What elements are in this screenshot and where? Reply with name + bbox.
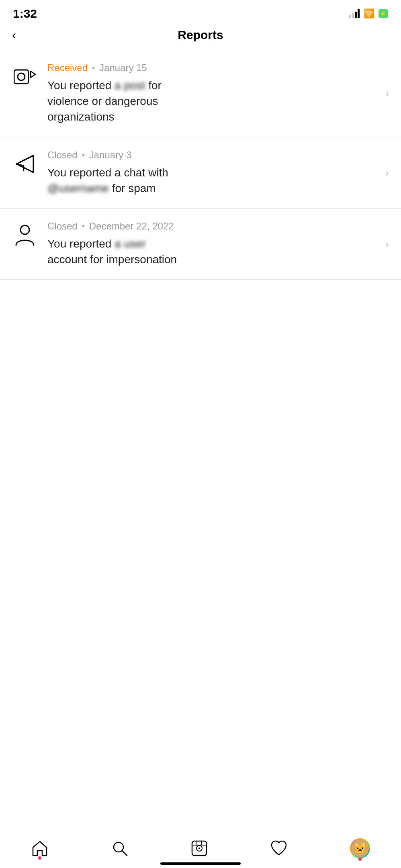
chevron-right-icon: ›: [385, 238, 389, 250]
svg-point-1: [18, 73, 25, 80]
report-icon-chat: [12, 151, 38, 177]
home-indicator: [160, 862, 241, 865]
blurred-username: a post: [115, 79, 145, 92]
home-icon: [31, 839, 49, 857]
report-item[interactable]: Closed December 22, 2022 You reported a …: [0, 209, 401, 280]
report-dot: [82, 225, 84, 227]
avatar-image: 🐱: [351, 839, 369, 857]
report-meta: Closed December 22, 2022: [47, 221, 389, 232]
report-content: Received January 15 You reported a post …: [47, 62, 389, 125]
report-status-closed: Closed: [47, 221, 78, 232]
report-meta: Received January 15: [47, 62, 389, 74]
report-content: Closed December 22, 2022 You reported a …: [47, 221, 389, 267]
svg-rect-0: [14, 70, 29, 84]
report-date: December 22, 2022: [89, 221, 174, 232]
report-dot: [82, 154, 84, 156]
status-bar: 1:32 🛜 ⚡: [0, 0, 401, 24]
bottom-nav: 🐱: [0, 824, 401, 868]
chevron-right-icon: ›: [385, 87, 389, 100]
report-meta: Closed January 3: [47, 149, 389, 161]
profile-avatar: 🐱: [350, 838, 370, 858]
report-content: Closed January 3 You reported a chat wit…: [47, 149, 389, 196]
report-description: You reported a useraccount for impersona…: [47, 236, 389, 267]
svg-point-9: [20, 225, 29, 234]
blurred-username: @username: [47, 182, 109, 194]
search-icon: [111, 839, 129, 857]
svg-point-14: [198, 848, 200, 849]
report-date: January 3: [89, 149, 131, 161]
svg-line-11: [122, 851, 127, 856]
nav-item-reels[interactable]: [190, 839, 208, 857]
battery-icon: ⚡: [378, 9, 388, 18]
reports-list: Received January 15 You reported a post …: [0, 50, 401, 280]
svg-marker-2: [31, 71, 35, 78]
nav-item-home[interactable]: [31, 839, 49, 857]
report-item[interactable]: Received January 15 You reported a post …: [0, 50, 401, 137]
status-time: 1:32: [13, 7, 37, 20]
report-status-closed: Closed: [47, 149, 78, 161]
back-button[interactable]: ‹: [12, 28, 16, 42]
nav-item-profile[interactable]: 🐱: [350, 838, 370, 858]
signal-icon: [349, 9, 360, 18]
profile-notification-dot: [358, 858, 362, 861]
nav-header: ‹ Reports: [0, 24, 401, 50]
report-icon-camera: [12, 64, 38, 90]
blurred-username: a user: [115, 237, 146, 250]
report-status-received: Received: [47, 62, 88, 74]
nav-item-activity[interactable]: [270, 839, 288, 857]
report-date: January 15: [99, 62, 147, 74]
reels-icon: [190, 839, 208, 857]
chevron-right-icon: ›: [385, 166, 389, 179]
heart-icon: [270, 839, 288, 857]
report-description: You reported a post forviolence or dange…: [47, 78, 389, 125]
report-item[interactable]: Closed January 3 You reported a chat wit…: [0, 137, 401, 209]
report-description: You reported a chat with@username for sp…: [47, 165, 389, 196]
report-dot: [92, 67, 94, 69]
page-title: Reports: [178, 28, 223, 42]
report-icon-person: [12, 222, 38, 248]
wifi-icon: 🛜: [364, 8, 374, 19]
nav-item-search[interactable]: [111, 839, 129, 857]
home-notification-dot: [38, 856, 41, 860]
status-icons: 🛜 ⚡: [349, 8, 388, 19]
